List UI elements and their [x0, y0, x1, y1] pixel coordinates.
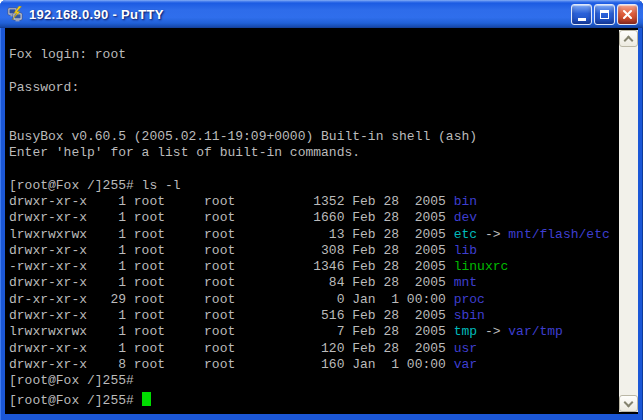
window-controls	[571, 4, 638, 25]
scrollbar-track[interactable]	[619, 47, 638, 395]
minimize-icon	[578, 18, 586, 21]
maximize-icon	[600, 10, 609, 19]
chevron-up-icon	[624, 36, 634, 46]
terminal-line: dr-xr-xr-x 29 root root 0 Jan 1 00:00 pr…	[9, 292, 638, 308]
terminal-line: drwxr-xr-x 1 root root 516 Feb 28 2005 s…	[9, 308, 638, 324]
window-title: 192.168.0.90 - PuTTY	[29, 7, 164, 22]
terminal-cursor	[142, 392, 151, 406]
scroll-up-button[interactable]	[619, 30, 638, 47]
close-icon	[622, 9, 633, 20]
chevron-down-icon	[624, 398, 634, 408]
title-bar[interactable]: 192.168.0.90 - PuTTY	[0, 0, 643, 28]
terminal-line	[9, 161, 638, 177]
terminal-line: [root@Fox /]255#	[9, 390, 638, 406]
terminal-line: drwxr-xr-x 1 root root 1660 Feb 28 2005 …	[9, 210, 638, 226]
minimize-button[interactable]	[571, 4, 592, 25]
terminal-line: lrwxrwxrwx 1 root root 13 Feb 28 2005 et…	[9, 227, 638, 243]
terminal-line: -rwxr-xr-x 1 root root 1346 Feb 28 2005 …	[9, 259, 638, 275]
putty-terminal-icon	[7, 6, 23, 22]
putty-window: 192.168.0.90 - PuTTY Fox login: rootPass…	[0, 0, 643, 420]
terminal-line: Password:	[9, 80, 638, 96]
terminal-line: [root@Fox /]255#	[9, 373, 638, 389]
terminal-line: drwxr-xr-x 1 root root 1352 Feb 28 2005 …	[9, 194, 638, 210]
terminal-line: Enter 'help' for a list of built-in comm…	[9, 145, 638, 161]
terminal-line	[9, 96, 638, 112]
terminal-line	[9, 64, 638, 80]
terminal-line: Fox login: root	[9, 47, 638, 63]
close-button[interactable]	[617, 4, 638, 25]
terminal-line: drwxr-xr-x 8 root root 160 Jan 1 00:00 v…	[9, 357, 638, 373]
terminal-output: Fox login: rootPassword:BusyBox v0.60.5 …	[9, 31, 638, 406]
terminal-line: lrwxrwxrwx 1 root root 7 Feb 28 2005 tmp…	[9, 324, 638, 340]
terminal-line	[9, 112, 638, 128]
terminal-line: drwxr-xr-x 1 root root 308 Feb 28 2005 l…	[9, 243, 638, 259]
scroll-down-button[interactable]	[619, 395, 638, 412]
scrollbar-thumb[interactable]	[619, 47, 638, 395]
terminal-line	[9, 31, 638, 47]
terminal-line: drwxr-xr-x 1 root root 120 Feb 28 2005 u…	[9, 341, 638, 357]
maximize-button[interactable]	[594, 4, 615, 25]
terminal-screen[interactable]: Fox login: rootPassword:BusyBox v0.60.5 …	[5, 28, 638, 414]
terminal-line: BusyBox v0.60.5 (2005.02.11-19:09+0000) …	[9, 129, 638, 145]
scrollbar[interactable]	[619, 30, 638, 412]
terminal-line: drwxr-xr-x 1 root root 84 Feb 28 2005 mn…	[9, 275, 638, 291]
terminal-line: [root@Fox /]255# ls -l	[9, 178, 638, 194]
